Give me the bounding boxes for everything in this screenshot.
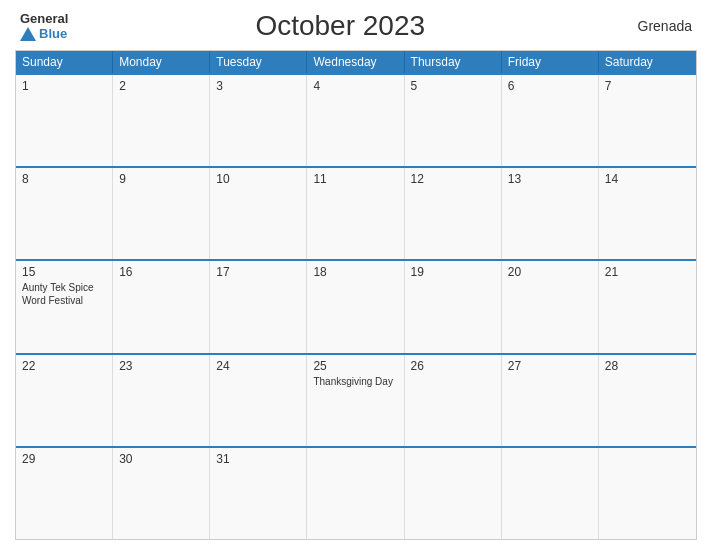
day-cell-w3-d6: 20 xyxy=(502,261,599,352)
logo: General Blue xyxy=(20,11,68,41)
day-number: 26 xyxy=(411,359,495,373)
day-number: 19 xyxy=(411,265,495,279)
day-number: 15 xyxy=(22,265,106,279)
day-cell-w5-d1: 29 xyxy=(16,448,113,539)
logo-triangle-icon xyxy=(20,27,36,41)
day-number: 28 xyxy=(605,359,690,373)
day-cell-w4-d2: 23 xyxy=(113,355,210,446)
day-cell-w2-d2: 9 xyxy=(113,168,210,259)
header-thursday: Thursday xyxy=(405,51,502,73)
day-cell-w1-d1: 1 xyxy=(16,75,113,166)
week-row-1: 1234567 xyxy=(16,73,696,166)
day-number: 25 xyxy=(313,359,397,373)
header-friday: Friday xyxy=(502,51,599,73)
day-number: 5 xyxy=(411,79,495,93)
day-cell-w2-d1: 8 xyxy=(16,168,113,259)
header-sunday: Sunday xyxy=(16,51,113,73)
day-number: 12 xyxy=(411,172,495,186)
day-number: 21 xyxy=(605,265,690,279)
day-cell-w5-d3: 31 xyxy=(210,448,307,539)
day-cell-w3-d4: 18 xyxy=(307,261,404,352)
day-cell-w1-d4: 4 xyxy=(307,75,404,166)
logo-general-text: General xyxy=(20,11,68,26)
day-cell-w3-d5: 19 xyxy=(405,261,502,352)
day-number: 20 xyxy=(508,265,592,279)
day-number: 22 xyxy=(22,359,106,373)
day-number: 9 xyxy=(119,172,203,186)
calendar-title: October 2023 xyxy=(68,10,612,42)
day-headers-row: Sunday Monday Tuesday Wednesday Thursday… xyxy=(16,51,696,73)
day-cell-w4-d7: 28 xyxy=(599,355,696,446)
day-number: 17 xyxy=(216,265,300,279)
day-number: 16 xyxy=(119,265,203,279)
day-number: 13 xyxy=(508,172,592,186)
day-cell-w1-d7: 7 xyxy=(599,75,696,166)
day-event: Thanksgiving Day xyxy=(313,375,397,388)
day-cell-w1-d3: 3 xyxy=(210,75,307,166)
week-row-3: 15Aunty Tek Spice Word Festival161718192… xyxy=(16,259,696,352)
day-cell-w5-d6 xyxy=(502,448,599,539)
day-cell-w4-d3: 24 xyxy=(210,355,307,446)
day-cell-w5-d4 xyxy=(307,448,404,539)
day-cell-w2-d4: 11 xyxy=(307,168,404,259)
day-cell-w3-d2: 16 xyxy=(113,261,210,352)
day-number: 10 xyxy=(216,172,300,186)
header-saturday: Saturday xyxy=(599,51,696,73)
logo-blue-text: Blue xyxy=(20,26,67,41)
week-row-5: 293031 xyxy=(16,446,696,539)
header-tuesday: Tuesday xyxy=(210,51,307,73)
day-number: 24 xyxy=(216,359,300,373)
header: General Blue October 2023 Grenada xyxy=(15,10,697,42)
day-cell-w5-d5 xyxy=(405,448,502,539)
header-wednesday: Wednesday xyxy=(307,51,404,73)
day-cell-w5-d7 xyxy=(599,448,696,539)
day-cell-w2-d5: 12 xyxy=(405,168,502,259)
day-number: 4 xyxy=(313,79,397,93)
day-number: 2 xyxy=(119,79,203,93)
day-cell-w2-d7: 14 xyxy=(599,168,696,259)
day-number: 23 xyxy=(119,359,203,373)
day-event: Aunty Tek Spice Word Festival xyxy=(22,281,106,307)
page: General Blue October 2023 Grenada Sunday… xyxy=(0,0,712,550)
country-label: Grenada xyxy=(612,18,692,34)
day-cell-w1-d6: 6 xyxy=(502,75,599,166)
day-number: 27 xyxy=(508,359,592,373)
day-number: 30 xyxy=(119,452,203,466)
week-row-2: 891011121314 xyxy=(16,166,696,259)
day-cell-w3-d1: 15Aunty Tek Spice Word Festival xyxy=(16,261,113,352)
week-row-4: 22232425Thanksgiving Day262728 xyxy=(16,353,696,446)
day-cell-w1-d5: 5 xyxy=(405,75,502,166)
day-cell-w2-d6: 13 xyxy=(502,168,599,259)
day-cell-w4-d5: 26 xyxy=(405,355,502,446)
calendar: Sunday Monday Tuesday Wednesday Thursday… xyxy=(15,50,697,540)
day-number: 11 xyxy=(313,172,397,186)
day-cell-w4-d1: 22 xyxy=(16,355,113,446)
header-monday: Monday xyxy=(113,51,210,73)
calendar-weeks: 123456789101112131415Aunty Tek Spice Wor… xyxy=(16,73,696,539)
day-number: 7 xyxy=(605,79,690,93)
day-cell-w1-d2: 2 xyxy=(113,75,210,166)
day-number: 18 xyxy=(313,265,397,279)
day-number: 29 xyxy=(22,452,106,466)
day-cell-w2-d3: 10 xyxy=(210,168,307,259)
day-cell-w3-d3: 17 xyxy=(210,261,307,352)
day-number: 8 xyxy=(22,172,106,186)
day-number: 6 xyxy=(508,79,592,93)
day-cell-w5-d2: 30 xyxy=(113,448,210,539)
day-cell-w4-d4: 25Thanksgiving Day xyxy=(307,355,404,446)
day-number: 3 xyxy=(216,79,300,93)
day-number: 1 xyxy=(22,79,106,93)
day-number: 14 xyxy=(605,172,690,186)
day-cell-w4-d6: 27 xyxy=(502,355,599,446)
day-cell-w3-d7: 21 xyxy=(599,261,696,352)
day-number: 31 xyxy=(216,452,300,466)
